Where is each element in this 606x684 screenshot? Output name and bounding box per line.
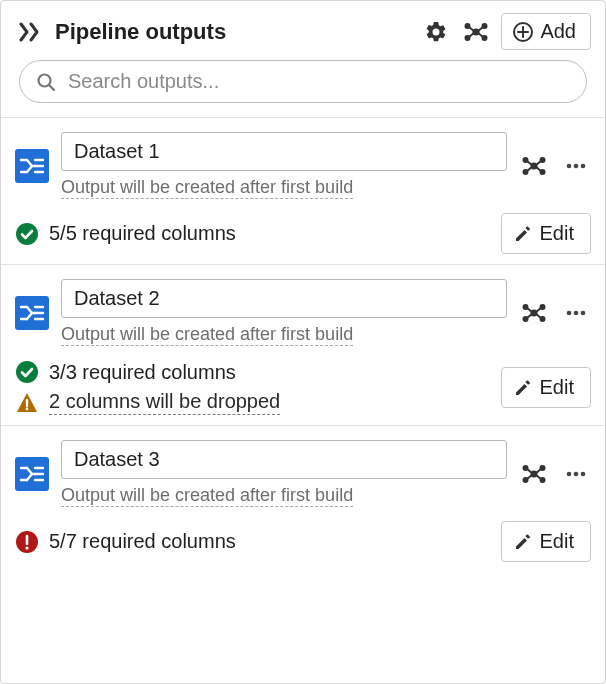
lineage-icon[interactable] — [519, 298, 549, 328]
add-button-label: Add — [540, 20, 576, 43]
output-card: Output will be created after first build — [1, 117, 605, 264]
output-hint: Output will be created after first build — [61, 324, 353, 346]
svg-line-6 — [469, 33, 474, 37]
svg-point-53 — [16, 361, 38, 383]
pencil-icon — [514, 379, 532, 397]
plus-circle-icon — [512, 21, 534, 43]
status-text: 3/3 required columns — [49, 361, 236, 384]
more-icon[interactable] — [561, 298, 591, 328]
lineage-icon[interactable] — [461, 17, 491, 47]
edit-button-label: Edit — [540, 222, 574, 245]
panel-title: Pipeline outputs — [55, 19, 411, 45]
svg-line-29 — [536, 167, 541, 171]
svg-line-47 — [527, 314, 532, 318]
svg-point-33 — [16, 223, 38, 245]
svg-point-52 — [581, 310, 586, 315]
dataset-icon — [15, 296, 49, 330]
output-card: Output will be created after first build — [1, 425, 605, 572]
edit-button-label: Edit — [540, 530, 574, 553]
warning-text[interactable]: 2 columns will be dropped — [49, 390, 280, 415]
svg-point-74 — [581, 471, 586, 476]
warning-triangle-icon — [15, 391, 39, 415]
svg-line-13 — [50, 85, 55, 90]
search-container — [1, 60, 605, 117]
pencil-icon — [514, 533, 532, 551]
error-circle-icon — [15, 530, 39, 554]
output-name-input[interactable] — [61, 440, 507, 479]
more-icon[interactable] — [561, 459, 591, 489]
output-hint: Output will be created after first build — [61, 485, 353, 507]
svg-point-73 — [574, 471, 579, 476]
pipeline-outputs-panel: Pipeline outputs — [0, 0, 606, 684]
search-box[interactable] — [19, 60, 587, 103]
search-icon — [36, 72, 56, 92]
edit-button[interactable]: Edit — [501, 521, 591, 562]
svg-point-30 — [567, 163, 572, 168]
status-text: 5/7 required columns — [49, 530, 236, 553]
collapse-icon[interactable] — [15, 17, 45, 47]
edit-button[interactable]: Edit — [501, 367, 591, 408]
lineage-icon[interactable] — [519, 151, 549, 181]
output-name-input[interactable] — [61, 279, 507, 318]
more-icon[interactable] — [561, 151, 591, 181]
svg-line-68 — [527, 469, 532, 473]
dataset-icon — [15, 457, 49, 491]
svg-line-69 — [527, 475, 532, 479]
edit-button-label: Edit — [540, 376, 574, 399]
svg-line-71 — [536, 475, 541, 479]
svg-point-50 — [567, 310, 572, 315]
svg-point-72 — [567, 471, 572, 476]
output-card: Output will be created after first build — [1, 264, 605, 425]
panel-header: Pipeline outputs — [1, 1, 605, 60]
svg-line-70 — [536, 469, 541, 473]
svg-point-32 — [581, 163, 586, 168]
svg-line-48 — [536, 308, 541, 312]
output-name-input[interactable] — [61, 132, 507, 171]
svg-line-46 — [527, 308, 532, 312]
check-circle-icon — [15, 360, 39, 384]
edit-button[interactable]: Edit — [501, 213, 591, 254]
svg-point-12 — [39, 74, 51, 86]
svg-line-8 — [478, 33, 483, 37]
pencil-icon — [514, 225, 532, 243]
svg-point-31 — [574, 163, 579, 168]
svg-line-28 — [536, 161, 541, 165]
svg-line-26 — [527, 161, 532, 165]
svg-line-49 — [536, 314, 541, 318]
dataset-icon — [15, 149, 49, 183]
svg-point-51 — [574, 310, 579, 315]
check-circle-icon — [15, 222, 39, 246]
lineage-icon[interactable] — [519, 459, 549, 489]
svg-line-5 — [469, 27, 474, 31]
svg-point-77 — [25, 546, 28, 549]
status-text: 5/5 required columns — [49, 222, 236, 245]
search-input[interactable] — [66, 69, 570, 94]
add-button[interactable]: Add — [501, 13, 591, 50]
output-hint: Output will be created after first build — [61, 177, 353, 199]
svg-line-7 — [478, 27, 483, 31]
svg-line-27 — [527, 167, 532, 171]
svg-point-55 — [26, 407, 29, 410]
settings-icon[interactable] — [421, 17, 451, 47]
